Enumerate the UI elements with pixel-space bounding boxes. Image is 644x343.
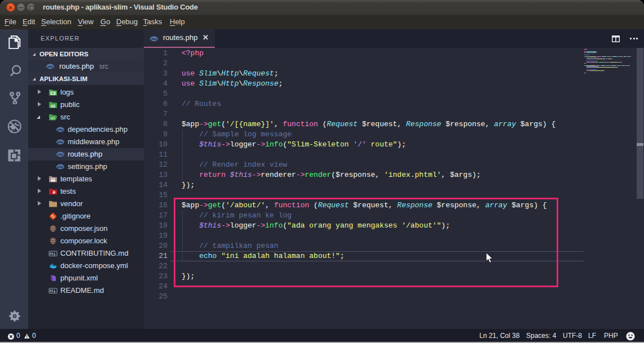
svg-text:php: php <box>57 165 64 168</box>
svg-text:php: php <box>151 37 157 41</box>
svg-text:php: php <box>47 65 54 68</box>
svg-text:php: php <box>57 128 64 131</box>
svg-text:php: php <box>57 153 64 156</box>
svg-text:php: php <box>57 140 64 144</box>
